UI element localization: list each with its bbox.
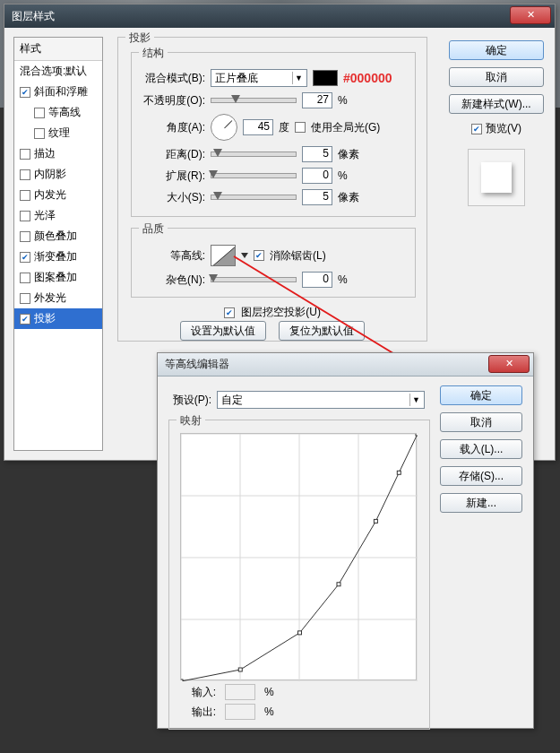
spread-input[interactable]: 0 [302, 168, 332, 184]
style-item-1[interactable]: 等高线 [14, 102, 102, 123]
style-item-label: 描边 [34, 146, 56, 161]
style-item-checkbox[interactable] [20, 231, 30, 242]
antialias-checkbox[interactable] [254, 250, 264, 261]
svg-rect-15 [298, 631, 302, 635]
reset-default-button[interactable]: 复位为默认值 [279, 321, 365, 341]
style-item-checkbox[interactable] [34, 128, 45, 139]
close-icon[interactable] [510, 6, 551, 24]
style-item-4[interactable]: 内阴影 [14, 164, 102, 185]
noise-input[interactable]: 0 [302, 272, 332, 288]
chevron-down-icon[interactable] [241, 253, 248, 258]
input-value[interactable] [225, 684, 255, 700]
global-light-checkbox[interactable] [295, 122, 306, 133]
output-value[interactable] [225, 704, 255, 720]
size-input[interactable]: 5 [302, 189, 332, 205]
style-item-0[interactable]: 斜面和浮雕 [14, 82, 102, 102]
distance-input[interactable]: 5 [302, 146, 332, 162]
style-item-checkbox[interactable] [20, 149, 30, 160]
spread-slider[interactable] [211, 173, 297, 178]
style-item-checkbox[interactable] [20, 293, 30, 304]
opacity-input[interactable]: 27 [302, 92, 332, 108]
styles-list: 样式 混合选项:默认 斜面和浮雕等高线纹理描边内阴影内发光光泽颜色叠加渐变叠加图… [13, 37, 103, 451]
noise-slider[interactable] [211, 277, 297, 282]
angle-label: 角度(A): [141, 120, 205, 135]
antialias-label: 消除锯齿(L) [270, 248, 326, 264]
cancel-button[interactable]: 取消 [449, 67, 544, 87]
size-slider[interactable] [211, 195, 297, 200]
svg-rect-18 [397, 471, 401, 474]
shadow-group: 投影 结构 混合模式(B): 正片叠底▼ #000000 不透明度(O): [117, 37, 427, 342]
style-item-checkbox[interactable] [20, 314, 30, 325]
svg-rect-16 [337, 583, 340, 586]
style-item-label: 投影 [34, 311, 56, 326]
layer-style-titlebar[interactable]: 图层样式 [4, 4, 555, 28]
angle-input[interactable]: 45 [243, 119, 273, 135]
global-light-label: 使用全局光(G) [311, 120, 380, 135]
svg-rect-19 [416, 434, 418, 436]
knockout-label: 图层挖空投影(U) [241, 306, 321, 318]
style-item-checkbox[interactable] [20, 273, 30, 283]
contour-save-button[interactable]: 存储(S)... [440, 466, 522, 486]
ok-button[interactable]: 确定 [449, 40, 544, 60]
style-item-label: 图案叠加 [34, 270, 77, 285]
style-item-11[interactable]: 投影 [14, 308, 102, 329]
structure-group: 结构 混合模式(B): 正片叠底▼ #000000 不透明度(O): 27 [131, 52, 416, 217]
opacity-label: 不透明度(O): [141, 93, 205, 108]
angle-dial[interactable] [211, 114, 237, 141]
style-item-3[interactable]: 描边 [14, 143, 102, 164]
styles-header: 样式 [14, 38, 102, 61]
new-style-button[interactable]: 新建样式(W)... [449, 94, 544, 114]
style-item-checkbox[interactable] [20, 190, 30, 201]
style-item-9[interactable]: 图案叠加 [14, 267, 102, 288]
chevron-down-icon: ▼ [292, 72, 305, 84]
svg-marker-0 [211, 246, 236, 266]
structure-label: 结构 [139, 46, 168, 61]
preset-select[interactable]: 自定▼ [217, 391, 425, 409]
input-label: 输入: [180, 685, 216, 700]
close-icon[interactable] [488, 355, 530, 373]
contour-editor-title: 等高线编辑器 [165, 357, 229, 372]
contour-curve-editor[interactable] [180, 433, 417, 680]
size-label: 大小(S): [141, 190, 205, 205]
style-item-label: 纹理 [48, 126, 70, 141]
set-default-button[interactable]: 设置为默认值 [180, 321, 266, 341]
style-item-8[interactable]: 渐变叠加 [14, 247, 102, 267]
shadow-group-label: 投影 [125, 30, 154, 46]
style-item-checkbox[interactable] [20, 169, 30, 180]
style-item-6[interactable]: 光泽 [14, 205, 102, 226]
contour-load-button[interactable]: 载入(L)... [440, 439, 522, 459]
style-item-label: 斜面和浮雕 [34, 84, 88, 100]
contour-ok-button[interactable]: 确定 [440, 385, 522, 405]
preview-checkbox[interactable] [471, 124, 482, 134]
distance-slider[interactable] [211, 151, 297, 157]
style-item-checkbox[interactable] [20, 87, 30, 98]
svg-rect-17 [374, 519, 377, 523]
noise-label: 杂色(N): [141, 273, 205, 288]
opacity-slider[interactable] [211, 98, 297, 103]
knockout-checkbox[interactable] [224, 307, 235, 318]
style-item-checkbox[interactable] [20, 252, 30, 263]
output-label: 输出: [180, 705, 216, 720]
blend-options-row[interactable]: 混合选项:默认 [14, 61, 102, 82]
style-item-label: 渐变叠加 [34, 249, 77, 264]
contour-editor-titlebar[interactable]: 等高线编辑器 [158, 353, 533, 376]
style-item-checkbox[interactable] [20, 211, 30, 221]
style-item-10[interactable]: 外发光 [14, 288, 102, 308]
shadow-color-swatch[interactable] [313, 70, 338, 86]
style-item-checkbox[interactable] [34, 108, 45, 118]
contour-new-button[interactable]: 新建... [440, 493, 522, 513]
style-item-5[interactable]: 内发光 [14, 185, 102, 205]
preview-label: 预览(V) [486, 121, 521, 136]
preset-label: 预设(P): [168, 393, 211, 408]
contour-cancel-button[interactable]: 取消 [440, 412, 522, 432]
blend-mode-select[interactable]: 正片叠底▼ [211, 69, 307, 87]
style-item-2[interactable]: 纹理 [14, 123, 102, 143]
contour-label: 等高线: [141, 248, 205, 264]
preview-thumbnail [468, 149, 525, 206]
contour-picker[interactable] [211, 245, 236, 266]
distance-label: 距离(D): [141, 147, 205, 162]
blend-mode-label: 混合模式(B): [141, 71, 205, 86]
color-hex-annotation: #000000 [343, 71, 392, 85]
style-item-label: 颜色叠加 [34, 229, 77, 244]
style-item-7[interactable]: 颜色叠加 [14, 226, 102, 247]
